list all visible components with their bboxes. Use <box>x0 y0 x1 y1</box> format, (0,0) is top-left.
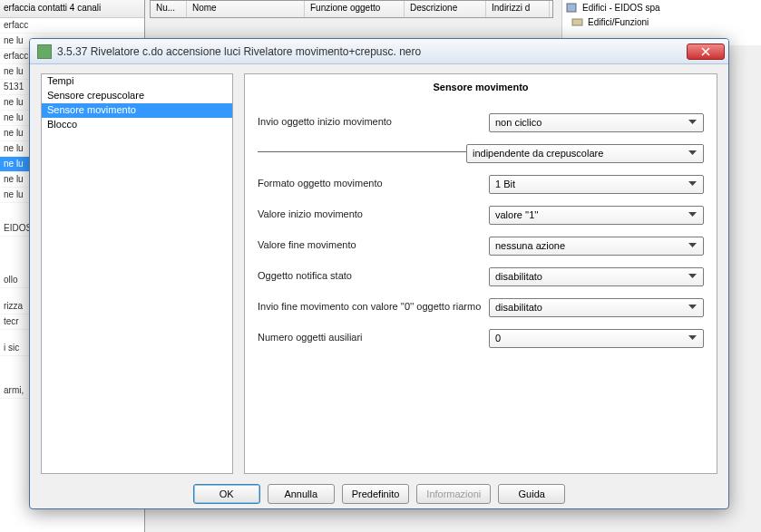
combobox-value: nessuna azione <box>495 240 686 251</box>
svg-marker-9 <box>688 274 697 278</box>
chevron-down-icon <box>686 150 699 156</box>
info-button: Informazioni <box>416 484 491 504</box>
combobox-value: 0 <box>495 333 686 343</box>
titlebar[interactable]: 3.5.37 Rivelatore c.do accensione luci R… <box>30 39 728 64</box>
chevron-down-icon <box>686 181 699 187</box>
setting-label: Invio oggetto inizio movimento <box>258 116 489 128</box>
setting-row: Numero oggetti ausiliari0 <box>258 324 704 352</box>
setting-label: Valore fine movimento <box>258 239 489 251</box>
setting-combobox[interactable]: 1 Bit <box>489 175 704 194</box>
folder-icon <box>571 16 584 27</box>
setting-combobox[interactable]: disabilitato <box>489 267 704 286</box>
svg-marker-4 <box>688 120 697 124</box>
app-icon <box>37 44 52 59</box>
setting-label: Numero oggetti ausiliari <box>258 332 489 343</box>
chevron-down-icon <box>686 305 699 310</box>
close-button[interactable] <box>687 44 725 60</box>
combobox-value: disabilitato <box>495 302 686 313</box>
settings-panel: Sensore movimento Invio oggetto inizio m… <box>244 73 717 474</box>
sidebar-item[interactable]: Sensore crepuscolare <box>42 89 232 103</box>
chevron-down-icon <box>686 120 699 125</box>
setting-label: Valore inizio movimento <box>258 208 489 220</box>
default-button[interactable]: Predefinito <box>342 484 410 504</box>
window-title: 3.5.37 Rivelatore c.do accensione luci R… <box>57 45 687 58</box>
svg-marker-8 <box>688 243 697 247</box>
properties-dialog: 3.5.37 Rivelatore c.do accensione luci R… <box>29 38 729 509</box>
chevron-down-icon <box>686 212 699 218</box>
bg-left-row: erfacc <box>0 18 144 34</box>
setting-label: Invio fine movimento con valore ''0'' og… <box>258 301 489 313</box>
setting-row: Oggetto notifica statodisabilitato <box>258 263 704 290</box>
bg-column-header[interactable]: Funzione oggetto <box>305 1 405 17</box>
setting-combobox[interactable]: nessuna azione <box>489 237 704 256</box>
setting-row: indipendente da crepuscolare <box>258 140 704 167</box>
building-icon <box>566 2 579 13</box>
dialog-footer: OK Annulla Predefinito Informazioni Guid… <box>30 474 728 509</box>
chevron-down-icon <box>686 274 699 279</box>
chevron-down-icon <box>686 335 699 341</box>
close-icon <box>700 47 711 56</box>
svg-marker-5 <box>688 150 697 155</box>
chevron-down-icon <box>686 243 699 248</box>
combobox-value: non ciclico <box>495 117 686 128</box>
svg-rect-1 <box>572 19 582 25</box>
cancel-button[interactable]: Annulla <box>268 484 335 504</box>
combobox-value: disabilitato <box>495 271 686 282</box>
combobox-value: 1 Bit <box>495 179 686 189</box>
panel-title: Sensore movimento <box>258 82 704 92</box>
setting-combobox[interactable]: valore ''1'' <box>489 206 704 225</box>
sidebar-item[interactable]: Blocco <box>42 118 232 132</box>
setting-row: Valore inizio movimentovalore ''1'' <box>258 201 704 228</box>
setting-label: Oggetto notifica stato <box>258 270 489 282</box>
svg-marker-7 <box>688 212 697 217</box>
combobox-value: valore ''1'' <box>495 209 686 220</box>
setting-combobox[interactable]: indipendente da crepuscolare <box>466 144 704 163</box>
divider <box>258 151 466 152</box>
bg-column-header[interactable]: Nome <box>187 1 305 17</box>
svg-marker-6 <box>688 181 697 186</box>
setting-row: Formato oggetto movimento1 Bit <box>258 170 704 198</box>
combobox-value: indipendente da crepuscolare <box>473 148 686 159</box>
setting-combobox[interactable]: 0 <box>489 329 704 348</box>
help-button[interactable]: Guida <box>498 484 565 504</box>
bg-column-header[interactable]: Descrizione <box>405 1 486 17</box>
sidebar-item[interactable]: Tempi <box>42 74 232 89</box>
ok-button[interactable]: OK <box>193 484 260 504</box>
svg-rect-0 <box>567 4 576 12</box>
svg-marker-10 <box>688 305 697 309</box>
background-mid-header: Nu...NomeFunzione oggettoDescrizioneIndi… <box>150 0 553 18</box>
bg-column-header[interactable]: Nu... <box>151 1 187 17</box>
bg-column-header[interactable]: Indirizzi d <box>486 1 550 17</box>
setting-combobox[interactable]: disabilitato <box>489 298 704 317</box>
sidebar-item[interactable]: Sensore movimento <box>42 103 232 118</box>
category-sidebar: TempiSensore crepuscolareSensore movimen… <box>41 73 233 474</box>
setting-combobox[interactable]: non ciclico <box>489 113 704 132</box>
setting-row: Invio oggetto inizio movimentonon ciclic… <box>258 109 704 136</box>
setting-label: Formato oggetto movimento <box>258 178 489 189</box>
svg-marker-11 <box>688 335 697 340</box>
setting-row: Invio fine movimento con valore ''0'' og… <box>258 294 704 321</box>
setting-row: Valore fine movimentonessuna azione <box>258 232 704 259</box>
bg-left-header: erfaccia contatti 4 canali <box>0 0 144 18</box>
